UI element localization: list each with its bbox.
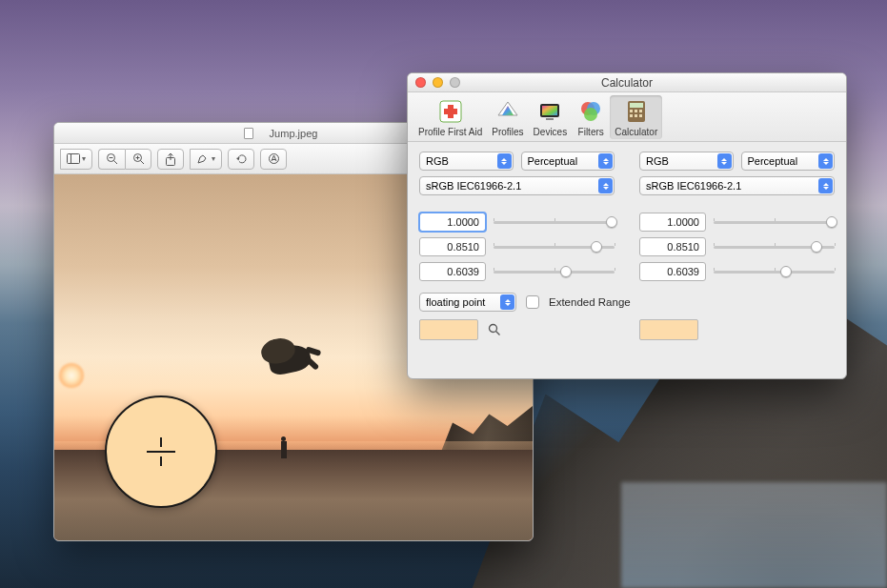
- tool-label: Profiles: [492, 127, 523, 137]
- minimize-button[interactable]: [433, 77, 443, 88]
- left-slider-2[interactable]: [494, 264, 615, 279]
- svg-line-6: [140, 161, 144, 165]
- select-value: Perceptual: [748, 155, 798, 167]
- right-value-field-1[interactable]: 0.8510: [639, 237, 706, 256]
- highlight-button[interactable]: ▾: [190, 149, 222, 170]
- left-profile-select[interactable]: sRGB IEC61966-2.1: [419, 176, 615, 195]
- right-mode-select[interactable]: RGB: [639, 152, 734, 171]
- svg-rect-34: [639, 114, 642, 117]
- svg-point-35: [490, 325, 497, 333]
- share-button[interactable]: [157, 149, 184, 170]
- profiles-icon: [494, 97, 522, 126]
- svg-rect-32: [630, 114, 633, 117]
- svg-rect-0: [68, 154, 80, 164]
- crosshair-icon: [147, 437, 175, 466]
- svg-rect-31: [639, 110, 642, 112]
- left-value-field-1[interactable]: 0.8510: [419, 237, 486, 256]
- eyedropper-button[interactable]: [488, 323, 501, 336]
- extended-range-checkbox[interactable]: [526, 295, 539, 309]
- svg-point-26: [584, 108, 597, 121]
- highlight-icon: [196, 153, 210, 165]
- right-intent-select[interactable]: Perceptual: [741, 152, 836, 171]
- tool-devices[interactable]: Devices: [529, 95, 573, 139]
- close-button[interactable]: [415, 77, 426, 88]
- right-slider-2[interactable]: [714, 264, 835, 279]
- zoom-in-icon: [132, 152, 145, 165]
- select-arrows-icon: [598, 178, 613, 193]
- select-arrows-icon: [717, 153, 732, 169]
- left-mode-select[interactable]: RGB: [419, 152, 514, 171]
- filters-icon: [576, 97, 605, 126]
- right-slider-0[interactable]: [714, 214, 835, 230]
- calculator-toolbar: Profile First Aid Profiles Devices Filte…: [408, 92, 846, 142]
- share-icon: [165, 152, 176, 166]
- first-aid-icon: [436, 97, 465, 126]
- calculator-body: RGB Perceptual sRGB IEC61966-2.1 1.0000 …: [408, 142, 846, 289]
- right-profile-select[interactable]: sRGB IEC61966-2.1: [639, 176, 835, 195]
- tool-label: Filters: [578, 127, 604, 137]
- left-column: RGB Perceptual sRGB IEC61966-2.1 1.0000 …: [419, 152, 615, 281]
- left-slider-1[interactable]: [494, 239, 615, 254]
- zoom-button[interactable]: [450, 77, 460, 88]
- svg-line-3: [114, 161, 118, 165]
- tool-calculator[interactable]: Calculator: [610, 95, 662, 139]
- select-arrows-icon: [598, 153, 613, 169]
- tool-label: Devices: [534, 127, 568, 137]
- tool-label: Profile First Aid: [418, 127, 482, 137]
- rotate-icon: [235, 152, 248, 165]
- select-arrows-icon: [818, 153, 833, 169]
- tool-profiles[interactable]: Profiles: [487, 95, 528, 139]
- select-value: Perceptual: [528, 155, 578, 167]
- zoom-in-button[interactable]: [125, 149, 151, 170]
- tool-filters[interactable]: Filters: [572, 95, 610, 139]
- right-column: RGB Perceptual sRGB IEC61966-2.1 1.0000 …: [639, 152, 835, 281]
- select-arrows-icon: [500, 294, 514, 310]
- format-row: floating point Extended Range: [408, 289, 846, 315]
- document-icon: [244, 128, 253, 139]
- right-color-swatch: [639, 319, 698, 340]
- zoom-out-icon: [106, 152, 118, 165]
- window-controls: [415, 77, 460, 88]
- right-value-field-0[interactable]: 1.0000: [639, 213, 706, 232]
- tool-profile-first-aid[interactable]: Profile First Aid: [413, 95, 487, 139]
- svg-rect-29: [630, 110, 633, 112]
- svg-rect-28: [630, 103, 643, 108]
- tool-label: Calculator: [615, 127, 657, 137]
- calculator-title: Calculator: [601, 76, 653, 90]
- select-value: sRGB IEC61966-2.1: [646, 180, 741, 192]
- left-value-field-2[interactable]: 0.6039: [419, 262, 486, 281]
- left-slider-0[interactable]: [494, 214, 615, 230]
- calculator-icon: [622, 97, 651, 126]
- colorsync-calculator-window: Calculator Profile First Aid Profiles De…: [407, 72, 847, 379]
- devices-icon: [535, 97, 564, 126]
- preview-title: Jump.jpeg: [270, 128, 318, 139]
- left-value-field-0[interactable]: 1.0000: [419, 213, 486, 232]
- markup-icon: [268, 152, 280, 165]
- svg-marker-11: [198, 155, 206, 163]
- left-intent-select[interactable]: Perceptual: [521, 152, 615, 171]
- select-value: floating point: [426, 296, 485, 308]
- right-slider-1[interactable]: [714, 239, 835, 254]
- sidebar-toggle-button[interactable]: ▾: [60, 149, 92, 170]
- svg-rect-23: [546, 118, 554, 120]
- swatch-row: [408, 315, 846, 350]
- svg-rect-18: [444, 109, 457, 114]
- svg-rect-22: [542, 106, 557, 115]
- rotate-button[interactable]: [228, 149, 254, 170]
- svg-rect-33: [635, 114, 637, 117]
- select-value: RGB: [426, 155, 449, 167]
- right-value-field-2[interactable]: 0.6039: [639, 262, 706, 281]
- select-value: sRGB IEC61966-2.1: [426, 180, 521, 192]
- markup-button[interactable]: [260, 149, 287, 170]
- calculator-titlebar[interactable]: Calculator: [408, 73, 846, 92]
- format-select[interactable]: floating point: [419, 293, 516, 312]
- select-arrows-icon: [497, 153, 512, 169]
- select-arrows-icon: [818, 178, 833, 193]
- color-loupe[interactable]: [105, 395, 217, 508]
- svg-line-36: [496, 332, 500, 335]
- zoom-out-button[interactable]: [98, 149, 125, 170]
- select-value: RGB: [646, 155, 669, 167]
- sidebar-icon: [67, 153, 80, 164]
- left-color-swatch: [419, 319, 478, 340]
- svg-marker-12: [236, 157, 240, 161]
